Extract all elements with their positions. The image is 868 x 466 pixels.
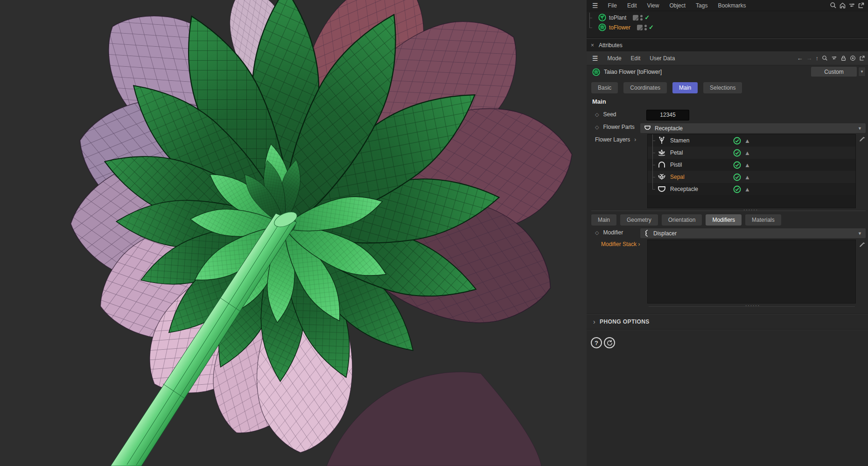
layer-enabled-icon[interactable] (733, 173, 741, 181)
seed-input[interactable]: 12345 (646, 110, 689, 120)
cinema4d-window: ☰ File Edit View Object Tags Bookmarks t… (0, 0, 868, 466)
tab-geometry[interactable]: Geometry (620, 214, 658, 226)
layer-enabled-icon[interactable] (733, 185, 741, 193)
layer-row-petal[interactable]: Petal ▲ (648, 147, 855, 159)
tab-selections[interactable]: Selections (703, 82, 742, 93)
object-row-toflower[interactable]: toFlower ✓ (587, 22, 868, 32)
tab-modifiers[interactable]: Modifiers (706, 214, 742, 226)
flower-object-icon (592, 68, 600, 76)
plant-object-icon (598, 14, 606, 21)
history-back-icon[interactable]: ← (797, 55, 803, 62)
menu-bookmarks[interactable]: Bookmarks (713, 2, 751, 9)
layer-row-pistil[interactable]: Pistil ▲ (648, 159, 855, 171)
phong-options-label: PHONG OPTIONS (600, 318, 650, 325)
tab-main-sub[interactable]: Main (591, 214, 616, 226)
layer-row-stamen[interactable]: Stamen ▲ (648, 134, 855, 147)
layer-enabled-icon[interactable] (733, 137, 741, 145)
panel-hamburger-icon[interactable]: ☰ (587, 55, 603, 62)
display-tag-icon[interactable] (633, 15, 638, 21)
layer-solo-icon[interactable]: ▲ (744, 174, 750, 181)
enabled-check-icon[interactable]: ✓ (644, 14, 650, 21)
track-record-icon[interactable] (850, 55, 856, 61)
filter-icon[interactable] (831, 55, 837, 61)
menu-view[interactable]: View (642, 2, 665, 9)
layer-solo-icon[interactable]: ▲ (744, 149, 750, 156)
tab-coordinates[interactable]: Coordinates (623, 82, 667, 93)
flower-parts-value: Receptacle (655, 125, 683, 132)
modifier-dropdown[interactable]: Displacer ▼ (640, 228, 866, 238)
reset-button[interactable] (604, 337, 615, 348)
seed-label-row: ◇ Seed (595, 111, 616, 118)
panel-title: Attributes (599, 42, 623, 49)
open-window-icon[interactable] (859, 55, 865, 61)
chevron-right-icon[interactable]: › (634, 136, 636, 143)
anim-dot-icon[interactable]: ◇ (595, 124, 599, 130)
object-row-toplant[interactable]: toPlant ✓ (587, 13, 868, 22)
layer-enabled-icon[interactable] (733, 161, 741, 169)
object-name-selected[interactable]: toFlower (609, 24, 630, 31)
flower-layers-label: Flower Layers (595, 136, 630, 143)
menu-hamburger-icon[interactable]: ☰ (587, 2, 603, 9)
menu-tags[interactable]: Tags (691, 2, 713, 9)
layer-name-selected: Sepal (670, 174, 685, 180)
tree-branch (650, 171, 656, 183)
anim-dot-icon[interactable]: ◇ (595, 112, 599, 118)
close-icon[interactable]: × (587, 42, 599, 49)
layer-solo-icon[interactable]: ▲ (744, 186, 750, 193)
visibility-dots[interactable] (644, 25, 647, 30)
menu-edit[interactable]: Edit (622, 2, 642, 9)
anim-dot-icon[interactable]: ◇ (595, 230, 599, 236)
home-icon[interactable] (839, 2, 846, 9)
open-window-icon[interactable] (858, 2, 865, 9)
layer-row-sepal[interactable]: Sepal ▲ (648, 171, 855, 183)
modifier-stack-box[interactable] (647, 240, 856, 304)
menu-user-data[interactable]: User Data (645, 55, 679, 62)
flower-object-icon (598, 23, 606, 31)
modifier-stack-text: Modifier Stack (601, 241, 637, 247)
pick-pen-icon[interactable] (859, 241, 865, 248)
enabled-check-icon[interactable]: ✓ (649, 24, 654, 31)
tree-branch (650, 147, 656, 159)
menu-object[interactable]: Object (664, 2, 691, 9)
menu-edit-attr[interactable]: Edit (626, 55, 645, 62)
filter-icon[interactable] (848, 2, 855, 9)
tab-basic[interactable]: Basic (591, 82, 618, 93)
menu-file[interactable]: File (603, 2, 622, 9)
flower-parts-dropdown[interactable]: Receptacle ▼ (640, 123, 866, 133)
help-button[interactable]: ? (591, 337, 602, 348)
search-icon[interactable] (830, 2, 837, 9)
help-icon: ? (595, 339, 598, 346)
tab-main[interactable]: Main (672, 82, 698, 93)
up-level-icon[interactable]: ↑ (816, 55, 819, 62)
phong-options-header[interactable]: › PHONG OPTIONS (593, 318, 650, 325)
tree-branch (650, 134, 656, 147)
tab-orientation[interactable]: Orientation (662, 214, 702, 226)
modifier-stack-label[interactable]: Modifier Stack › (601, 241, 640, 247)
tree-branch (650, 183, 656, 195)
pick-pen-icon[interactable] (859, 136, 865, 142)
object-title: Taiao Flower [toFlower] (604, 69, 662, 75)
layer-row-receptacle[interactable]: Receptacle ▲ (648, 183, 855, 195)
display-tag-icon[interactable] (637, 25, 643, 30)
layer-name: Stamen (670, 137, 689, 144)
visibility-dots[interactable] (640, 15, 643, 21)
layer-name: Petal (670, 149, 683, 156)
layer-solo-icon[interactable]: ▲ (744, 162, 750, 169)
modifier-label: Modifier (603, 229, 623, 236)
object-name[interactable]: toPlant (609, 14, 626, 21)
3d-viewport[interactable] (0, 0, 587, 466)
resize-handle-dots[interactable]: ······ (745, 303, 760, 308)
preset-select[interactable]: Custom (811, 67, 857, 77)
flower-layers-label-row: Flower Layers › (595, 136, 636, 143)
resize-handle-dots[interactable]: ······ (743, 207, 758, 212)
layer-enabled-icon[interactable] (733, 149, 741, 157)
layer-solo-icon[interactable]: ▲ (744, 137, 750, 144)
right-panel: ☰ File Edit View Object Tags Bookmarks t… (587, 0, 868, 466)
search-icon[interactable] (822, 55, 828, 61)
menu-mode[interactable]: Mode (603, 55, 626, 62)
lock-icon[interactable] (840, 55, 847, 61)
tab-materials[interactable]: Materials (745, 214, 781, 226)
reset-arrow-icon (606, 339, 613, 346)
history-forward-icon[interactable]: → (806, 55, 812, 62)
preset-caret-button[interactable]: ▼ (858, 67, 866, 77)
